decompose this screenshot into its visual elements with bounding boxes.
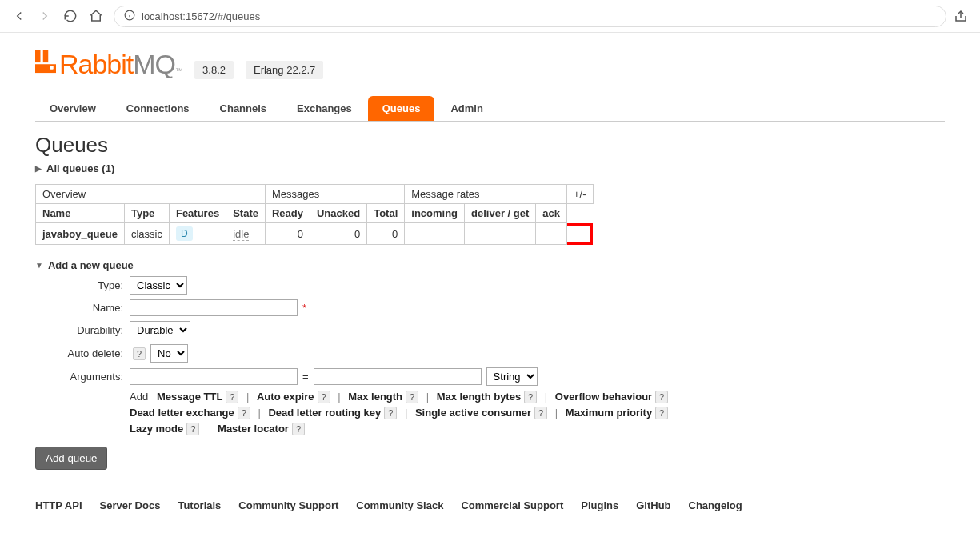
reload-button[interactable]: [59, 5, 82, 27]
tab-channels[interactable]: Channels: [206, 96, 282, 121]
all-queues-toggle[interactable]: All queues (1): [35, 162, 945, 174]
arg-message-ttl[interactable]: Message TTL: [157, 391, 222, 403]
footer-community-support[interactable]: Community Support: [238, 499, 338, 511]
back-button[interactable]: [8, 5, 30, 27]
arg-lazy[interactable]: Lazy mode: [130, 423, 183, 435]
footer-server-docs[interactable]: Server Docs: [100, 499, 161, 511]
footer-commercial-support[interactable]: Commercial Support: [461, 499, 563, 511]
queue-row: javaboy_queue classic D idle 0 0 0: [36, 223, 594, 245]
autodelete-select[interactable]: No: [150, 344, 188, 363]
queues-table: Overview Messages Message rates +/- Name…: [35, 184, 594, 245]
queue-total: 0: [367, 223, 405, 245]
columns-toggle[interactable]: +/-: [567, 185, 594, 204]
svg-rect-3: [35, 50, 41, 62]
arg-max-priority[interactable]: Maximum priority: [566, 407, 652, 419]
tab-connections[interactable]: Connections: [112, 96, 204, 121]
label-name: Name:: [35, 302, 123, 314]
queue-state: idle: [226, 223, 266, 245]
add-queue-toggle[interactable]: Add a new queue: [35, 259, 945, 271]
help-icon[interactable]: ?: [655, 407, 668, 419]
arg-max-length[interactable]: Max length: [348, 391, 402, 403]
arg-single-active[interactable]: Single active consumer: [415, 407, 531, 419]
col-deliver[interactable]: deliver / get: [465, 204, 536, 223]
tab-exchanges[interactable]: Exchanges: [282, 96, 366, 121]
label-arguments: Arguments:: [35, 371, 123, 383]
queue-type: classic: [124, 223, 169, 245]
footer-github[interactable]: GitHub: [636, 499, 670, 511]
arg-max-length-bytes[interactable]: Max length bytes: [437, 391, 521, 403]
version-badge: 3.8.2: [194, 61, 234, 79]
col-unacked[interactable]: Unacked: [310, 204, 366, 223]
type-select[interactable]: Classic: [130, 276, 187, 295]
add-queue-header: Add a new queue: [48, 259, 134, 271]
col-type[interactable]: Type: [124, 204, 169, 223]
col-incoming[interactable]: incoming: [405, 204, 465, 223]
arg-master-locator[interactable]: Master locator: [218, 423, 289, 435]
footer-tutorials[interactable]: Tutorials: [178, 499, 221, 511]
col-total[interactable]: Total: [367, 204, 405, 223]
svg-rect-4: [43, 50, 49, 62]
help-icon[interactable]: ?: [186, 423, 199, 435]
col-name[interactable]: Name: [36, 204, 125, 223]
help-autodelete[interactable]: ?: [133, 347, 146, 360]
queue-features: D: [169, 223, 226, 245]
required-asterisk: *: [302, 302, 306, 314]
name-input[interactable]: [130, 299, 298, 316]
help-icon[interactable]: ?: [318, 391, 330, 403]
tab-queues[interactable]: Queues: [368, 96, 435, 121]
arg-dlx[interactable]: Dead letter exchange: [130, 407, 234, 419]
arg-overflow[interactable]: Overflow behaviour: [555, 391, 652, 403]
footer-changelog[interactable]: Changelog: [689, 499, 742, 511]
arg-equals: =: [302, 371, 309, 383]
label-autodelete: Auto delete:: [35, 347, 123, 359]
arg-key-input[interactable]: [130, 368, 298, 385]
chevron-down-icon: [35, 261, 43, 270]
label-durability: Durability:: [35, 324, 123, 336]
col-features[interactable]: Features: [169, 204, 226, 223]
group-overview: Overview: [36, 185, 266, 204]
queue-unacked: 0: [310, 223, 366, 245]
queue-ack: [536, 223, 567, 245]
arg-add-label: Add: [130, 391, 148, 403]
erlang-badge: Erlang 22.2.7: [246, 61, 323, 79]
help-icon[interactable]: ?: [292, 423, 305, 435]
queue-name-link[interactable]: javaboy_queue: [36, 223, 125, 245]
durability-select[interactable]: Durable: [130, 321, 190, 339]
help-icon[interactable]: ?: [238, 407, 250, 419]
footer-plugins[interactable]: Plugins: [581, 499, 618, 511]
chevron-right-icon: [35, 164, 42, 173]
url-text: localhost:15672/#/queues: [142, 10, 260, 22]
forward-button[interactable]: [34, 5, 56, 27]
share-button[interactable]: [950, 5, 972, 27]
col-ack[interactable]: ack: [536, 204, 567, 223]
help-icon[interactable]: ?: [655, 391, 668, 403]
tab-overview[interactable]: Overview: [35, 96, 110, 121]
help-icon[interactable]: ?: [524, 391, 537, 403]
rabbitmq-logo: RabbitMQ™: [35, 49, 182, 80]
main-nav: Overview Connections Channels Exchanges …: [35, 96, 945, 122]
col-state[interactable]: State: [226, 204, 266, 223]
site-info-icon: [124, 10, 135, 23]
add-queue-button[interactable]: Add queue: [35, 447, 107, 470]
queue-ready: 0: [265, 223, 310, 245]
arg-auto-expire[interactable]: Auto expire: [257, 391, 314, 403]
col-ready[interactable]: Ready: [265, 204, 310, 223]
footer-community-slack[interactable]: Community Slack: [356, 499, 443, 511]
page-title: Queues: [35, 133, 945, 158]
tab-admin[interactable]: Admin: [436, 96, 497, 121]
svg-rect-6: [50, 66, 53, 69]
footer-http-api[interactable]: HTTP API: [35, 499, 82, 511]
address-bar[interactable]: localhost:15672/#/queues: [114, 6, 946, 27]
help-icon[interactable]: ?: [226, 391, 238, 403]
label-type: Type:: [35, 279, 123, 291]
help-icon[interactable]: ?: [384, 407, 397, 419]
help-icon[interactable]: ?: [406, 391, 418, 403]
arg-type-select[interactable]: String: [486, 367, 538, 386]
queue-incoming: [405, 223, 465, 245]
durable-badge: D: [176, 226, 193, 241]
home-button[interactable]: [85, 5, 107, 27]
queue-deliver: [465, 223, 536, 245]
arg-dlrk[interactable]: Dead letter routing key: [268, 407, 381, 419]
help-icon[interactable]: ?: [534, 407, 547, 419]
arg-value-input[interactable]: [314, 368, 482, 385]
